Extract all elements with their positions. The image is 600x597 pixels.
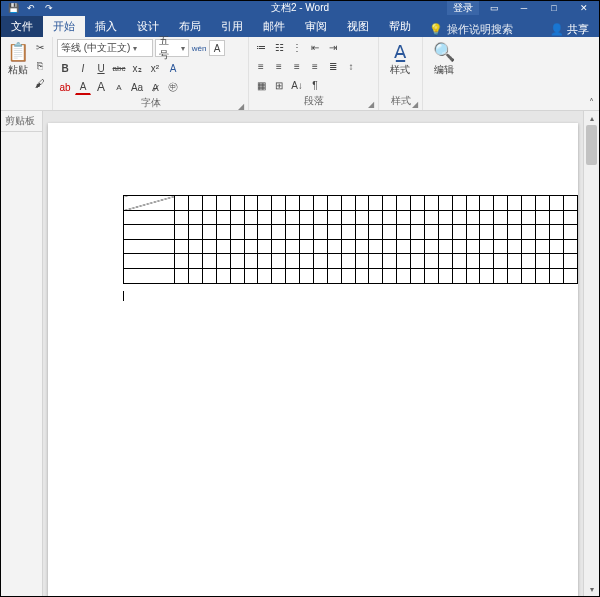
redo-icon[interactable]: ↷ (41, 2, 57, 14)
align-center-icon[interactable]: ≡ (271, 58, 287, 74)
table-cell[interactable] (535, 210, 549, 225)
table-cell[interactable] (175, 254, 189, 269)
strikethrough-button[interactable]: abc (111, 60, 127, 76)
table-cell[interactable] (124, 225, 175, 240)
table-cell[interactable] (522, 268, 536, 283)
table-cell[interactable] (522, 254, 536, 269)
table-cell[interactable] (549, 210, 563, 225)
table-cell[interactable] (397, 239, 411, 254)
highlight-icon[interactable]: ab (57, 79, 73, 95)
table-cell[interactable] (341, 196, 355, 211)
table-cell[interactable] (494, 254, 508, 269)
table-cell[interactable] (369, 225, 383, 240)
table-cell[interactable] (466, 225, 480, 240)
phonetic-guide-icon[interactable]: wén (191, 40, 207, 56)
table-cell[interactable] (535, 268, 549, 283)
italic-button[interactable]: I (75, 60, 91, 76)
table-cell[interactable] (508, 210, 522, 225)
table-cell[interactable] (494, 210, 508, 225)
table-cell[interactable] (480, 196, 494, 211)
table-cell[interactable] (452, 239, 466, 254)
vertical-scrollbar[interactable]: ▴ ▾ (583, 111, 599, 596)
table-cell[interactable] (535, 254, 549, 269)
table-cell[interactable] (341, 254, 355, 269)
table-cell[interactable] (244, 268, 258, 283)
table-cell[interactable] (438, 239, 452, 254)
superscript-button[interactable]: x² (147, 60, 163, 76)
align-left-icon[interactable]: ≡ (253, 58, 269, 74)
table-cell[interactable] (452, 210, 466, 225)
tab-help[interactable]: 帮助 (379, 16, 421, 37)
table-cell[interactable] (424, 268, 438, 283)
table-cell[interactable] (563, 254, 577, 269)
table-cell[interactable] (549, 268, 563, 283)
table-cell[interactable] (438, 254, 452, 269)
table-cell[interactable] (383, 196, 397, 211)
table-cell[interactable] (508, 268, 522, 283)
table-cell[interactable] (216, 196, 230, 211)
table-cell[interactable] (272, 239, 286, 254)
table-cell[interactable] (397, 268, 411, 283)
table-cell[interactable] (189, 210, 203, 225)
align-right-icon[interactable]: ≡ (289, 58, 305, 74)
table-cell[interactable] (230, 254, 244, 269)
table-cell[interactable] (424, 196, 438, 211)
table-cell[interactable] (563, 210, 577, 225)
increase-indent-icon[interactable]: ⇥ (325, 39, 341, 55)
table-cell[interactable] (424, 239, 438, 254)
table-cell[interactable] (438, 196, 452, 211)
table-cell[interactable] (411, 254, 425, 269)
table-cell[interactable] (258, 239, 272, 254)
table-cell[interactable] (397, 225, 411, 240)
table-cell[interactable] (300, 225, 314, 240)
page[interactable] (48, 123, 578, 596)
table-cell[interactable] (466, 239, 480, 254)
scroll-thumb[interactable] (586, 125, 597, 165)
table-cell[interactable] (522, 196, 536, 211)
clear-formatting-icon[interactable]: A̷ (147, 79, 163, 95)
table-cell[interactable] (369, 239, 383, 254)
table-cell[interactable] (424, 210, 438, 225)
table-cell[interactable] (341, 268, 355, 283)
close-button[interactable]: ✕ (569, 1, 599, 15)
table-cell[interactable] (202, 254, 216, 269)
table-cell[interactable] (216, 225, 230, 240)
table-cell[interactable] (341, 225, 355, 240)
table-cell[interactable] (272, 268, 286, 283)
ribbon-display-options-icon[interactable]: ▭ (479, 1, 509, 15)
table-cell[interactable] (341, 210, 355, 225)
scroll-down-icon[interactable]: ▾ (584, 582, 599, 596)
table-cell[interactable] (286, 254, 300, 269)
table-cell[interactable] (563, 225, 577, 240)
table-cell[interactable] (313, 268, 327, 283)
tab-insert[interactable]: 插入 (85, 16, 127, 37)
paste-button[interactable]: 📋 粘贴 (5, 39, 30, 79)
table-cell[interactable] (355, 254, 369, 269)
table-cell[interactable] (480, 268, 494, 283)
table-cell[interactable] (397, 210, 411, 225)
table-cell[interactable] (124, 254, 175, 269)
format-painter-icon[interactable]: 🖌 (32, 75, 48, 91)
table-cell[interactable] (535, 196, 549, 211)
table-cell[interactable] (300, 210, 314, 225)
table-cell[interactable] (549, 196, 563, 211)
dialog-launcher-icon[interactable]: ◢ (412, 100, 418, 109)
table-cell[interactable] (327, 239, 341, 254)
table-cell[interactable] (466, 254, 480, 269)
table-cell[interactable] (466, 268, 480, 283)
tab-home[interactable]: 开始 (43, 16, 85, 37)
table-cell[interactable] (272, 254, 286, 269)
table-cell[interactable] (244, 254, 258, 269)
table-cell[interactable] (411, 225, 425, 240)
table-cell[interactable] (327, 225, 341, 240)
table-cell[interactable] (313, 239, 327, 254)
scroll-up-icon[interactable]: ▴ (584, 111, 599, 125)
table-cell[interactable] (124, 268, 175, 283)
table-cell[interactable] (383, 268, 397, 283)
maximize-button[interactable]: □ (539, 1, 569, 15)
table-cell[interactable] (258, 210, 272, 225)
table-cell[interactable] (124, 196, 175, 211)
table-cell[interactable] (438, 268, 452, 283)
table-cell[interactable] (230, 225, 244, 240)
table-cell[interactable] (563, 196, 577, 211)
